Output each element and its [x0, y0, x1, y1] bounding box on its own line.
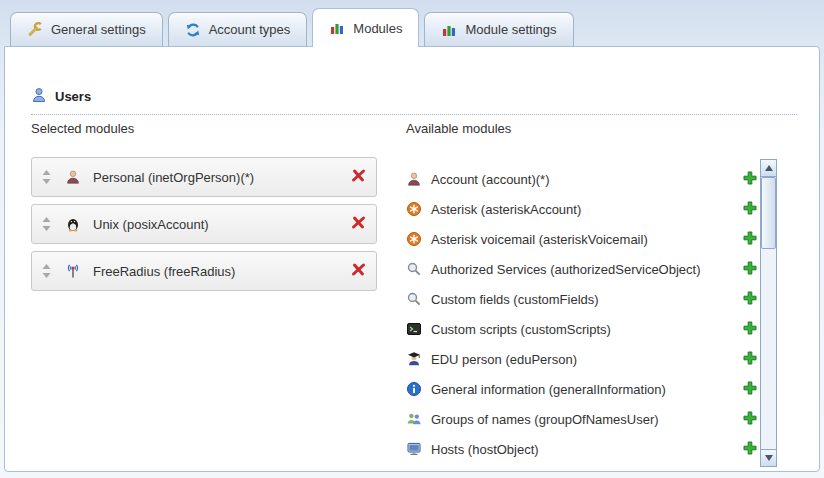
search-icon: [406, 291, 422, 307]
tools-icon: [27, 22, 43, 38]
asterisk-icon: [406, 231, 422, 247]
selected-module-row[interactable]: Personal (inetOrgPerson)(*): [31, 157, 377, 197]
remove-module-button[interactable]: [351, 168, 366, 186]
selected-module-row[interactable]: FreeRadius (freeRadius): [31, 251, 377, 291]
selected-module-label: Unix (posixAccount): [93, 217, 209, 232]
tab-account-types[interactable]: Account types: [168, 12, 308, 46]
add-module-button[interactable]: [742, 290, 758, 309]
available-module-label: Custom scripts (customScripts): [431, 322, 611, 337]
add-module-button[interactable]: [742, 200, 758, 219]
add-module-button[interactable]: [742, 320, 758, 339]
drag-handle-icon[interactable]: [42, 170, 51, 184]
available-module-row: Groups of names (groupOfNamesUser): [406, 404, 758, 434]
available-module-label: Groups of names (groupOfNamesUser): [431, 412, 659, 427]
available-module-label: Asterisk voicemail (asteriskVoicemail): [431, 232, 648, 247]
plus-icon: [742, 290, 758, 309]
person-icon: [65, 169, 81, 185]
scrollbar-thumb[interactable]: [761, 177, 776, 249]
available-module-row: General information (generalInformation): [406, 374, 758, 404]
available-module-label: Asterisk (asteriskAccount): [431, 202, 581, 217]
tab-modules[interactable]: Modules: [312, 8, 419, 47]
selected-modules-list: Personal (inetOrgPerson)(*) Unix (posixA…: [31, 157, 377, 298]
tab-module-settings[interactable]: Module settings: [424, 12, 573, 46]
plus-icon: [742, 320, 758, 339]
drag-handle-icon[interactable]: [42, 217, 51, 231]
plus-icon: [742, 230, 758, 249]
selected-module-row[interactable]: Unix (posixAccount): [31, 204, 377, 244]
terminal-icon: [406, 321, 422, 337]
available-module-row: Account (account)(*): [406, 164, 758, 194]
available-module-label: Account (account)(*): [431, 172, 550, 187]
add-module-button[interactable]: [742, 260, 758, 279]
add-module-button[interactable]: [742, 170, 758, 189]
delete-icon: [351, 215, 366, 233]
tab-label: Module settings: [465, 22, 556, 37]
plus-icon: [742, 260, 758, 279]
available-module-label: Hosts (hostObject): [431, 442, 539, 457]
tab-general-settings[interactable]: General settings: [10, 12, 163, 46]
delete-icon: [351, 262, 366, 280]
available-module-label: General information (generalInformation): [431, 382, 666, 397]
available-modules-scrollbar[interactable]: [760, 159, 777, 467]
tux-icon: [65, 216, 81, 232]
refresh-icon: [185, 22, 201, 38]
remove-module-button[interactable]: [351, 262, 366, 280]
available-module-label: Authorized Services (authorizedServiceOb…: [431, 262, 701, 277]
plus-icon: [742, 440, 758, 459]
remove-module-button[interactable]: [351, 215, 366, 233]
scroll-down-button[interactable]: [761, 449, 776, 466]
computer-icon: [406, 441, 422, 457]
add-module-button[interactable]: [742, 380, 758, 399]
available-module-row: Authorized Services (authorizedServiceOb…: [406, 254, 758, 284]
available-module-row: Custom scripts (customScripts): [406, 314, 758, 344]
module-settings-icon: [441, 22, 457, 38]
tab-label: General settings: [51, 22, 146, 37]
available-modules-heading: Available modules: [406, 121, 511, 136]
tab-label: Account types: [209, 22, 291, 37]
plus-icon: [742, 170, 758, 189]
arrow-up-icon: [765, 165, 773, 171]
tab-label: Modules: [353, 21, 402, 36]
tab-bar: General settings Account types Modules M…: [10, 11, 574, 47]
plus-icon: [742, 410, 758, 429]
content-panel: Users Selected modules Available modules…: [4, 46, 820, 472]
available-module-row: Asterisk voicemail (asteriskVoicemail): [406, 224, 758, 254]
drag-handle-icon[interactable]: [42, 264, 51, 278]
scroll-up-button[interactable]: [761, 160, 776, 177]
group-icon: [406, 411, 422, 427]
available-module-row: EDU person (eduPerson): [406, 344, 758, 374]
add-module-button[interactable]: [742, 410, 758, 429]
person-icon: [406, 171, 422, 187]
plus-icon: [742, 200, 758, 219]
selected-modules-heading: Selected modules: [31, 121, 134, 136]
asterisk-icon: [406, 201, 422, 217]
user-icon: [31, 87, 47, 106]
add-module-button[interactable]: [742, 350, 758, 369]
arrow-down-icon: [765, 455, 773, 461]
selected-module-label: FreeRadius (freeRadius): [93, 264, 235, 279]
users-section-heading: Users: [31, 87, 797, 115]
plus-icon: [742, 380, 758, 399]
section-title: Users: [55, 89, 91, 104]
antenna-icon: [65, 263, 81, 279]
add-module-button[interactable]: [742, 230, 758, 249]
add-module-button[interactable]: [742, 440, 758, 459]
plus-icon: [742, 350, 758, 369]
info-icon: [406, 381, 422, 397]
search-icon: [406, 261, 422, 277]
available-module-row: Hosts (hostObject): [406, 434, 758, 464]
available-module-row: Custom fields (customFields): [406, 284, 758, 314]
graduate-icon: [406, 351, 422, 367]
available-module-label: EDU person (eduPerson): [431, 352, 577, 367]
selected-module-label: Personal (inetOrgPerson)(*): [93, 170, 254, 185]
available-module-label: Custom fields (customFields): [431, 292, 599, 307]
available-module-row: Asterisk (asteriskAccount): [406, 194, 758, 224]
modules-icon: [329, 20, 345, 36]
available-modules-list: Account (account)(*) Asterisk (asteriskA…: [406, 164, 758, 464]
delete-icon: [351, 168, 366, 186]
